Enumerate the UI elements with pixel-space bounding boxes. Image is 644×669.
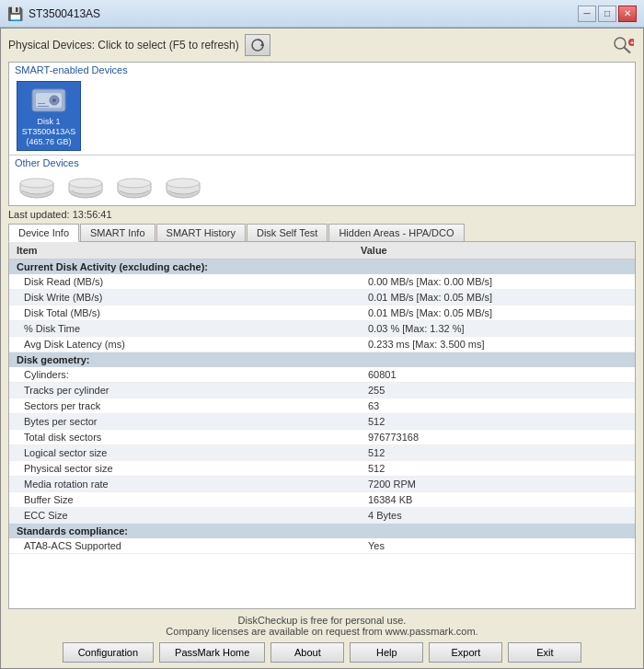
- passmark-home-button[interactable]: PassMark Home: [159, 642, 265, 663]
- value-cell: 4 Bytes: [353, 508, 635, 524]
- item-cell: Tracks per cylinder: [9, 383, 353, 398]
- export-button[interactable]: Export: [429, 642, 502, 663]
- other-device-list: [9, 170, 635, 205]
- last-updated-text: Last updated: 13:56:41: [8, 209, 112, 220]
- value-cell: Yes: [353, 538, 635, 554]
- smart-section-label: SMART-enabled Devices: [9, 63, 635, 77]
- footer-line1: DiskCheckup is free for personal use.: [238, 615, 407, 626]
- search-button[interactable]: +: [610, 34, 636, 56]
- value-cell: 512: [353, 445, 635, 461]
- item-cell: Bytes per sector: [9, 414, 353, 430]
- tab-smart-history[interactable]: SMART History: [156, 224, 246, 242]
- refresh-button[interactable]: [245, 34, 270, 56]
- tab-smart-info[interactable]: SMART Info: [80, 224, 155, 242]
- value-cell: 512: [353, 414, 635, 430]
- disk-icon: [30, 86, 67, 115]
- device-name-line1: Disk 1: [37, 117, 60, 127]
- footer: DiskCheckup is free for personal use. Co…: [1, 609, 643, 668]
- item-cell: Physical sector size: [9, 461, 353, 477]
- svg-point-27: [118, 179, 151, 188]
- last-updated: Last updated: 13:56:41: [1, 206, 643, 223]
- item-cell: Logical sector size: [9, 445, 353, 461]
- content-area: Item Value Current Disk Activity (exclud…: [8, 241, 636, 609]
- other-section-label: Other Devices: [9, 155, 635, 170]
- svg-point-2: [615, 38, 626, 49]
- other-device-3[interactable]: [114, 174, 155, 202]
- item-cell: Disk Read (MB/s): [9, 274, 353, 290]
- svg-line-3: [625, 48, 631, 53]
- table-row: Logical sector size512: [9, 445, 635, 461]
- value-cell: 63: [353, 398, 635, 414]
- device-info-table: Item Value Current Disk Activity (exclud…: [9, 242, 635, 554]
- device-panel-scroll[interactable]: SMART-enabled Devices Disk 1 ST3500413AS…: [9, 63, 635, 205]
- table-row: ECC Size4 Bytes: [9, 508, 635, 524]
- item-cell: Cylinders:: [9, 367, 353, 383]
- close-button[interactable]: ✕: [618, 6, 637, 22]
- table-row: Disk geometry:: [9, 352, 635, 368]
- table-row: Avg Disk Latency (ms)0.233 ms [Max: 3.50…: [9, 337, 635, 352]
- title-bar-left: 💾 ST3500413AS: [7, 6, 100, 21]
- about-button[interactable]: About: [270, 642, 344, 663]
- table-row: Current Disk Activity (excluding cache):: [9, 260, 635, 275]
- table-row: Buffer Size16384 KB: [9, 492, 635, 508]
- device-item-disk1[interactable]: Disk 1 ST3500413AS (465.76 GB): [17, 81, 81, 151]
- table-row: Disk Read (MB/s)0.00 MB/s [Max: 0.00 MB/…: [9, 274, 635, 290]
- item-cell: ATA8-ACS Supported: [9, 538, 353, 554]
- section-label: Disk geometry:: [9, 352, 635, 368]
- other-device-1[interactable]: [17, 174, 58, 202]
- title-bar-buttons: ─ □ ✕: [578, 6, 637, 22]
- table-row: Tracks per cylinder255: [9, 383, 635, 398]
- item-cell: ECC Size: [9, 508, 353, 524]
- value-cell: 0.03 % [Max: 1.32 %]: [353, 321, 635, 337]
- table-row: Sectors per track63: [9, 398, 635, 414]
- section-label: Standards compliance:: [9, 524, 635, 539]
- other-device-2[interactable]: [65, 174, 107, 202]
- exit-button[interactable]: Exit: [508, 642, 581, 663]
- tab-hidden-areas[interactable]: Hidden Areas - HPA/DCO: [328, 224, 464, 242]
- device-panel: SMART-enabled Devices Disk 1 ST3500413AS…: [8, 62, 636, 206]
- value-cell: 60801: [353, 367, 635, 383]
- table-row: Disk Write (MB/s)0.01 MB/s [Max: 0.05 MB…: [9, 290, 635, 306]
- item-cell: Avg Disk Latency (ms): [9, 337, 353, 352]
- footer-buttons: Configuration PassMark Home About Help E…: [8, 642, 636, 663]
- value-cell: 16384 KB: [353, 492, 635, 508]
- footer-line2: Company licenses are available on reques…: [166, 626, 477, 637]
- item-cell: Disk Total (MB/s): [9, 306, 353, 321]
- item-cell: % Disk Time: [9, 321, 353, 337]
- item-cell: Media rotation rate: [9, 477, 353, 492]
- table-row: Total disk sectors976773168: [9, 430, 635, 445]
- item-cell: Buffer Size: [9, 492, 353, 508]
- footer-text: DiskCheckup is free for personal use. Co…: [8, 615, 636, 637]
- title-bar: 💾 ST3500413AS ─ □ ✕: [0, 0, 644, 28]
- tabs-bar: Device Info SMART Info SMART History Dis…: [8, 223, 636, 241]
- tab-device-info[interactable]: Device Info: [8, 224, 79, 242]
- section-label: Current Disk Activity (excluding cache):: [9, 260, 635, 275]
- item-cell: Total disk sectors: [9, 430, 353, 445]
- help-button[interactable]: Help: [350, 642, 423, 663]
- other-device-4[interactable]: [163, 174, 204, 202]
- col-value-header: Value: [353, 242, 635, 260]
- value-cell: 0.00 MB/s [Max: 0.00 MB/s]: [353, 274, 635, 290]
- minimize-button[interactable]: ─: [578, 6, 596, 22]
- table-row: Media rotation rate7200 RPM: [9, 477, 635, 492]
- maximize-button[interactable]: □: [598, 6, 616, 22]
- table-scroll[interactable]: Item Value Current Disk Activity (exclud…: [9, 242, 635, 608]
- svg-point-21: [69, 179, 102, 188]
- configuration-button[interactable]: Configuration: [63, 642, 154, 663]
- value-cell: 0.01 MB/s [Max: 0.05 MB/s]: [353, 290, 635, 306]
- table-row: ATA8-ACS SupportedYes: [9, 538, 635, 554]
- table-row: Physical sector size512: [9, 461, 635, 477]
- svg-rect-10: [38, 106, 49, 107]
- table-row: Disk Total (MB/s)0.01 MB/s [Max: 0.05 MB…: [9, 306, 635, 321]
- col-item-header: Item: [9, 242, 353, 260]
- value-cell: 7200 RPM: [353, 477, 635, 492]
- svg-text:+: +: [630, 40, 634, 46]
- title-bar-text: ST3500413AS: [29, 7, 100, 20]
- svg-rect-11: [38, 103, 45, 104]
- value-cell: 976773168: [353, 430, 635, 445]
- item-cell: Disk Write (MB/s): [9, 290, 353, 306]
- tab-disk-self-test[interactable]: Disk Self Test: [247, 224, 328, 242]
- svg-point-15: [20, 179, 53, 188]
- table-row: Cylinders:60801: [9, 367, 635, 383]
- device-name-line2: ST3500413AS: [22, 127, 76, 137]
